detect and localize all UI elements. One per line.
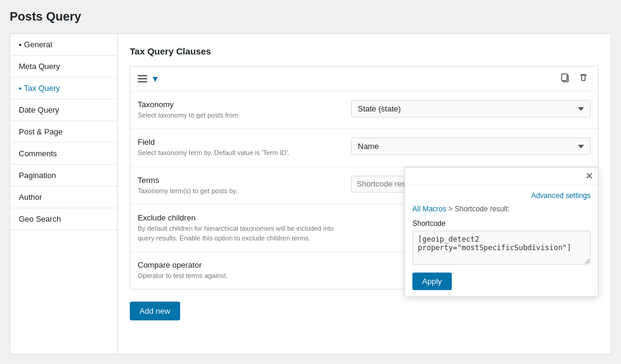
terms-label: Terms [138,176,344,185]
sidebar-item-tax-query[interactable]: • Tax Query [10,78,117,99]
field-label: Field [138,137,344,147]
shortcode-label: Shortcode [412,219,591,228]
sidebar-item-meta-query[interactable]: Meta Query [10,56,117,78]
sidebar-item-author[interactable]: Author [10,187,117,208]
field-row: Field Select taxonomy term by. Default v… [130,129,598,167]
exclude-children-label: Exclude children [138,213,344,222]
main-content: Tax Query Clauses ▼ [118,33,611,354]
sidebar-item-comments[interactable]: Comments [10,143,117,165]
drag-handle-icon[interactable] [138,75,147,82]
sidebar-item-pagination[interactable]: Pagination [10,165,117,187]
shortcode-textarea[interactable] [412,231,591,265]
terms-description: Taxonomy term(s) to get posts by. [138,187,344,196]
delete-clause-button[interactable] [576,71,591,86]
field-description: Select taxonomy term by. Default value i… [138,148,344,157]
popover-body: Advanced settings All Macros > Shortcode… [405,185,598,296]
shortcode-popover: ✕ Advanced settings All Macros > Shortco… [404,167,599,297]
clause-header: ▼ [130,67,598,91]
sidebar: • GeneralMeta Query• Tax QueryDate Query… [10,33,118,354]
taxonomy-select[interactable]: State (state) [351,100,591,117]
copy-clause-button[interactable] [558,71,572,86]
taxonomy-row: Taxonomy Select taxonomy to get posts fr… [130,91,598,129]
sidebar-item-geo-search[interactable]: Geo Search [10,208,117,230]
all-macros-link[interactable]: All Macros [412,205,446,213]
sidebar-item-post-page[interactable]: Post & Page [10,121,117,143]
field-select[interactable]: Name [351,137,591,155]
popover-header: ✕ [405,168,598,185]
add-new-button[interactable]: Add new [130,302,180,320]
sidebar-item-general[interactable]: • General [10,34,117,56]
apply-button[interactable]: Apply [412,273,452,290]
compare-operator-description: Operator to test terms against. [138,271,344,280]
page-title: Posts Query [10,10,611,24]
popover-close-button[interactable]: ✕ [585,171,593,181]
section-title: Tax Query Clauses [130,46,599,56]
breadcrumb-separator: > [448,205,452,213]
taxonomy-description: Select taxonomy to get posts from [138,111,344,120]
taxonomy-label: Taxonomy [138,100,344,109]
compare-operator-label: Compare operator [138,260,344,270]
advanced-settings-link[interactable]: Advanced settings [412,191,591,200]
clause-header-left: ▼ [138,74,159,84]
macros-breadcrumb: All Macros > Shortcode result: [412,205,591,213]
breadcrumb-current: Shortcode result: [455,205,510,213]
sidebar-item-date-query[interactable]: Date Query [10,99,117,121]
exclude-children-description: By default children for hierarchical tax… [138,224,344,243]
collapse-icon[interactable]: ▼ [151,74,159,84]
svg-rect-1 [562,74,567,81]
clause-header-actions [558,71,591,86]
